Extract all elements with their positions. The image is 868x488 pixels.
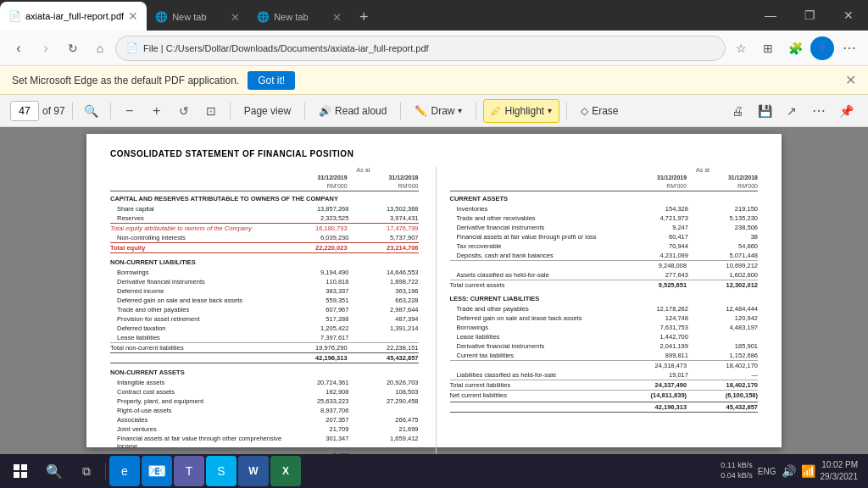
more-tools-button[interactable]: ⋯ bbox=[807, 99, 831, 123]
svg-rect-1 bbox=[21, 464, 27, 470]
taskview-button[interactable]: ⧉ bbox=[71, 456, 102, 486]
taskbar-edge-icon[interactable]: e bbox=[109, 456, 140, 486]
right-col1-date: 31/12/2019 bbox=[620, 175, 687, 180]
toolbar-separator-2 bbox=[110, 103, 111, 119]
tab-newtab2-close[interactable]: ✕ bbox=[332, 11, 342, 24]
highlight-button[interactable]: 🖊 Highlight ▾ bbox=[483, 99, 559, 123]
right-col1-unit: RM'000 bbox=[620, 183, 687, 189]
capital-section-heading: CAPITAL AND RESERVES ATTRIBUTABLE TO OWN… bbox=[110, 195, 419, 202]
refresh-button[interactable]: ↻ bbox=[61, 36, 85, 60]
tab-newtab2-title: New tab bbox=[274, 12, 328, 22]
tab-newtab2[interactable]: 🌐 New tab ✕ bbox=[248, 3, 350, 30]
address-input[interactable] bbox=[143, 43, 715, 53]
zoom-in-button[interactable]: + bbox=[145, 99, 169, 123]
left-col2-date: 31/12/2018 bbox=[352, 175, 418, 180]
rotate-button[interactable]: ↺ bbox=[172, 99, 196, 123]
svg-rect-2 bbox=[14, 472, 19, 478]
taskbar-excel-icon[interactable]: X bbox=[270, 456, 301, 486]
taskbar-separator-1 bbox=[105, 463, 106, 480]
search-taskbar-button[interactable]: 🔍 bbox=[39, 456, 70, 486]
left-col1-unit: RM'000 bbox=[281, 183, 347, 189]
document-title: CONSOLIDATED STATEMENT OF FINANCIAL POSI… bbox=[110, 149, 758, 158]
highlight-chevron-icon: ▾ bbox=[548, 106, 552, 115]
volume-icon: 🔊 bbox=[319, 105, 331, 117]
taskbar-word-icon[interactable]: W bbox=[238, 456, 269, 486]
notification-close-icon[interactable]: ✕ bbox=[845, 72, 856, 88]
favorites-button[interactable]: ☆ bbox=[729, 36, 753, 60]
page-number-input[interactable] bbox=[10, 101, 39, 121]
nca-section-heading: NON-CURRENT ASSETS bbox=[110, 369, 419, 376]
pin-button[interactable]: 📌 bbox=[834, 99, 858, 123]
toolbar-separator-1 bbox=[72, 103, 73, 119]
newtab1-favicon: 🌐 bbox=[155, 11, 168, 23]
collections-button[interactable]: ⊞ bbox=[756, 36, 780, 60]
taskbar-teams-icon[interactable]: T bbox=[174, 456, 204, 486]
pdf-favicon: 📄 bbox=[8, 10, 21, 22]
right-as-at-header: As at bbox=[648, 167, 758, 173]
ncl-section-heading: NON-CURRENT LIABILITIES bbox=[110, 258, 419, 266]
new-tab-button[interactable]: + bbox=[350, 3, 377, 30]
file-icon: 📄 bbox=[126, 42, 138, 53]
search-toolbar-button[interactable]: 🔍 bbox=[80, 99, 103, 123]
toolbar-separator-6 bbox=[476, 103, 476, 119]
clock[interactable]: 10:02 PM 29/3/2021 bbox=[821, 459, 859, 483]
page-total-label: of 97 bbox=[42, 105, 65, 117]
svg-rect-0 bbox=[14, 464, 19, 470]
ca-section-heading: CURRENT ASSETS bbox=[450, 195, 759, 202]
left-col2-unit: RM'000 bbox=[352, 183, 418, 189]
notification-bar: Set Microsoft Edge as the default PDF ap… bbox=[0, 66, 868, 95]
minimize-button[interactable]: — bbox=[751, 0, 790, 30]
start-button[interactable] bbox=[3, 455, 37, 487]
lang-label: ENG bbox=[758, 467, 776, 476]
left-as-at-header: As at bbox=[309, 167, 419, 173]
cl-section-heading: LESS: CURRENT LIABILITIES bbox=[450, 295, 759, 302]
svg-rect-3 bbox=[21, 472, 27, 478]
tab-pdf[interactable]: 📄 axiata-iar_full-report.pdf ✕ bbox=[0, 2, 147, 30]
extensions-button[interactable]: 🧩 bbox=[783, 36, 807, 60]
toolbar-separator-4 bbox=[304, 103, 305, 119]
draw-icon: ✏️ bbox=[415, 105, 427, 117]
home-button[interactable]: ⌂ bbox=[88, 36, 112, 60]
network-taskbar-icon[interactable]: 📶 bbox=[801, 464, 815, 478]
got-it-button[interactable]: Got it! bbox=[248, 71, 295, 90]
print-button[interactable]: 🖨 bbox=[726, 99, 749, 123]
newtab2-favicon: 🌐 bbox=[257, 11, 270, 23]
right-col2-unit: RM'000 bbox=[692, 183, 758, 189]
highlight-icon: 🖊 bbox=[491, 105, 501, 117]
pdf-page: CONSOLIDATED STATEMENT OF FINANCIAL POSI… bbox=[86, 134, 782, 447]
back-button[interactable]: ‹ bbox=[7, 36, 31, 60]
fit-page-button[interactable]: ⊡ bbox=[199, 99, 223, 123]
toolbar-separator-7 bbox=[566, 103, 567, 119]
tab-newtab1-close[interactable]: ✕ bbox=[231, 11, 240, 24]
profile-button[interactable]: 👤 bbox=[810, 36, 834, 60]
toolbar-separator-3 bbox=[230, 103, 231, 119]
volume-taskbar-icon[interactable]: 🔊 bbox=[782, 464, 796, 478]
network-speed-label: 0.11 kB/s 0.04 kB/s bbox=[721, 461, 753, 480]
tab-pdf-title: axiata-iar_full-report.pdf bbox=[25, 11, 124, 21]
tab-newtab1[interactable]: 🌐 New tab ✕ bbox=[147, 3, 248, 30]
read-aloud-button[interactable]: 🔊 Read aloud bbox=[312, 99, 393, 123]
draw-button[interactable]: ✏️ Draw ▾ bbox=[408, 99, 469, 123]
page-view-button[interactable]: Page view bbox=[237, 99, 298, 123]
forward-button[interactable]: › bbox=[34, 36, 58, 60]
left-col1-date: 31/12/2019 bbox=[281, 175, 347, 180]
taskbar-skype-icon[interactable]: S bbox=[206, 456, 236, 486]
close-button[interactable]: ✕ bbox=[829, 0, 868, 30]
draw-chevron-icon: ▾ bbox=[458, 106, 462, 115]
save-button[interactable]: 💾 bbox=[753, 99, 776, 123]
right-col2-date: 31/12/2018 bbox=[692, 175, 758, 180]
erase-button[interactable]: ◇ Erase bbox=[574, 99, 625, 123]
erase-icon: ◇ bbox=[581, 105, 588, 117]
system-tray: 0.11 kB/s 0.04 kB/s ENG 🔊 📶 10:02 PM 29/… bbox=[721, 459, 865, 483]
settings-button[interactable]: ⋯ bbox=[837, 36, 861, 60]
restore-button[interactable]: ❐ bbox=[790, 0, 829, 30]
notification-text: Set Microsoft Edge as the default PDF ap… bbox=[12, 75, 239, 86]
toolbar-separator-5 bbox=[400, 103, 401, 119]
tab-newtab1-title: New tab bbox=[172, 12, 226, 22]
taskbar-outlook-icon[interactable]: 📧 bbox=[142, 456, 172, 486]
zoom-out-button[interactable]: − bbox=[118, 99, 142, 123]
tab-pdf-close[interactable]: ✕ bbox=[128, 9, 138, 23]
share-button[interactable]: ↗ bbox=[780, 99, 804, 123]
